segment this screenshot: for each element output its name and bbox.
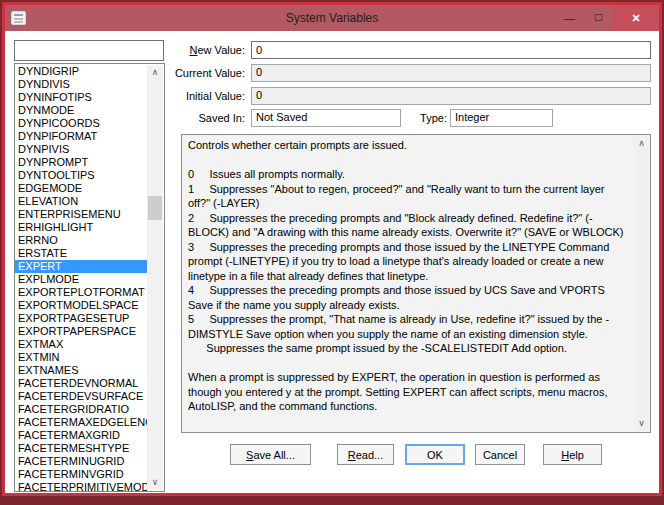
list-item[interactable]: DYNDIVIS: [15, 78, 147, 91]
list-item[interactable]: ELEVATION: [15, 195, 147, 208]
list-item[interactable]: EXPERT: [15, 260, 147, 273]
app-icon: [11, 11, 26, 25]
saved-in-label: Saved In:: [199, 109, 245, 127]
list-item[interactable]: EXTMAX: [15, 338, 147, 351]
titlebar: System Variables — □ ✕: [5, 5, 659, 31]
scroll-down-icon[interactable]: ∨: [634, 416, 649, 431]
list-item[interactable]: DYNPICOORDS: [15, 117, 147, 130]
list-item[interactable]: EXPORTMODELSPACE: [15, 299, 147, 312]
type-field: Integer: [450, 109, 553, 127]
list-item[interactable]: DYNMODE: [15, 104, 147, 117]
system-variables-dialog: System Variables — □ ✕ DYNDIGRIPDYNDIVIS…: [2, 2, 662, 496]
variable-listbox: DYNDIGRIPDYNDIVISDYNINFOTIPSDYNMODEDYNPI…: [14, 63, 165, 492]
list-item[interactable]: FACETERDEVSURFACE: [15, 390, 147, 403]
variable-list[interactable]: DYNDIGRIPDYNDIVISDYNINFOTIPSDYNMODEDYNPI…: [15, 65, 147, 491]
list-item[interactable]: FACETERMAXGRID: [15, 429, 147, 442]
description-box: Controls whether certain prompts are iss…: [181, 134, 651, 433]
current-value-label: Current Value:: [175, 64, 245, 82]
list-item[interactable]: EXPORTEPLOTFORMAT: [15, 286, 147, 299]
list-item[interactable]: EXTNAMES: [15, 364, 147, 377]
close-button[interactable]: ✕: [613, 5, 659, 31]
list-scrollbar[interactable]: ∧ ∨: [147, 65, 163, 490]
ok-button[interactable]: OK: [405, 444, 465, 465]
minimize-button[interactable]: —: [555, 5, 584, 31]
description-scrollbar[interactable]: ∧ ∨: [634, 136, 649, 431]
scroll-up-icon[interactable]: ∧: [147, 65, 163, 80]
initial-value-label: Initial Value:: [186, 87, 245, 105]
saved-in-field: Not Saved: [251, 109, 401, 127]
dialog-client-area: DYNDIGRIPDYNDIVISDYNINFOTIPSDYNMODEDYNPI…: [5, 31, 659, 493]
help-button[interactable]: Help: [543, 444, 602, 465]
variable-search-input[interactable]: [14, 40, 164, 61]
initial-value-field: 0: [251, 87, 651, 105]
list-item[interactable]: FACETERMAXEDGELENGTH: [15, 416, 147, 429]
list-item[interactable]: DYNTOOLTIPS: [15, 169, 147, 182]
save-all-button[interactable]: Save All...: [230, 444, 311, 465]
list-item[interactable]: FACETERMINVGRID: [15, 468, 147, 481]
list-item[interactable]: FACETERDEVNORMAL: [15, 377, 147, 390]
caption-buttons: — □ ✕: [555, 5, 659, 31]
maximize-icon: □: [595, 10, 602, 24]
list-item[interactable]: DYNPIVIS: [15, 143, 147, 156]
list-item[interactable]: ERRNO: [15, 234, 147, 247]
list-item[interactable]: EXPLMODE: [15, 273, 147, 286]
new-value-input[interactable]: [251, 41, 651, 59]
list-item[interactable]: FACETERMESHTYPE: [15, 442, 147, 455]
close-icon: ✕: [631, 12, 640, 25]
list-item[interactable]: EXPORTPAPERSPACE: [15, 325, 147, 338]
list-item[interactable]: EXTMIN: [15, 351, 147, 364]
list-item[interactable]: EXPORTPAGESETUP: [15, 312, 147, 325]
list-item[interactable]: ENTERPRISEMENU: [15, 208, 147, 221]
scroll-down-icon[interactable]: ∨: [147, 475, 163, 490]
list-item[interactable]: DYNPIFORMAT: [15, 130, 147, 143]
description-text: Controls whether certain prompts are iss…: [182, 135, 633, 432]
maximize-button[interactable]: □: [584, 5, 613, 31]
type-label: Type:: [420, 109, 447, 127]
list-item[interactable]: DYNPROMPT: [15, 156, 147, 169]
list-item[interactable]: DYNINFOTIPS: [15, 91, 147, 104]
new-value-label: New Value:: [190, 41, 245, 59]
list-item[interactable]: FACETERMINUGRID: [15, 455, 147, 468]
list-item[interactable]: ERSTATE: [15, 247, 147, 260]
minimize-icon: —: [564, 12, 575, 24]
list-item[interactable]: FACETERGRIDRATIO: [15, 403, 147, 416]
read-button[interactable]: Read...: [337, 444, 394, 465]
cancel-button[interactable]: Cancel: [475, 444, 525, 465]
current-value-field: 0: [251, 64, 651, 82]
list-item[interactable]: DYNDIGRIP: [15, 65, 147, 78]
scroll-up-icon[interactable]: ∧: [634, 136, 649, 151]
list-item[interactable]: EDGEMODE: [15, 182, 147, 195]
list-scrollbar-thumb[interactable]: [148, 196, 162, 220]
list-item[interactable]: ERHIGHLIGHT: [15, 221, 147, 234]
list-item[interactable]: FACETERPRIMITIVEMODE: [15, 481, 147, 491]
